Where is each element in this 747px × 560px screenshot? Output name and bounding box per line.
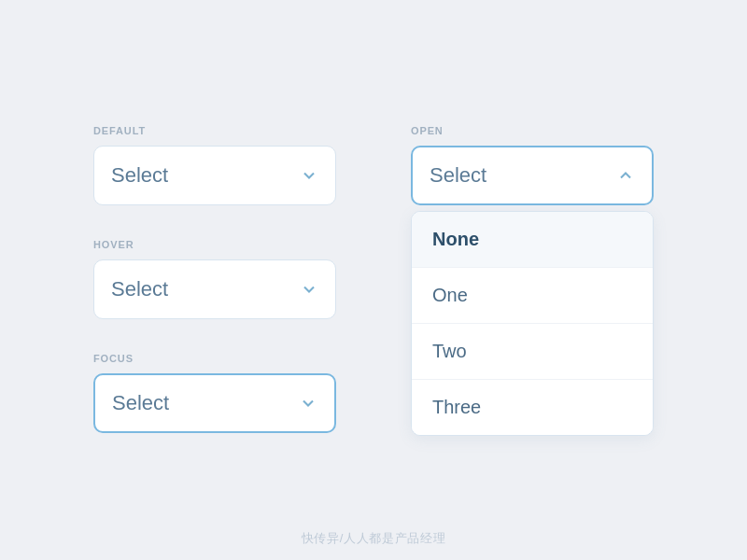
right-column: OPEN Select None One Two Three — [411, 125, 654, 436]
default-chevron-down-icon — [300, 166, 318, 185]
default-select[interactable]: Select — [93, 146, 336, 205]
main-container: DEFAULT Select HOVER Select FOCUS Selec — [75, 106, 672, 455]
open-select-text: Select — [430, 163, 486, 188]
dropdown-item-two[interactable]: Two — [412, 324, 653, 380]
hover-select-text: Select — [111, 277, 168, 301]
dropdown-panel: None One Two Three — [411, 211, 654, 436]
open-section: OPEN Select None One Two Three — [411, 125, 654, 436]
hover-section: HOVER Select — [93, 239, 336, 319]
default-section: DEFAULT Select — [93, 125, 336, 205]
focus-chevron-down-icon — [299, 394, 317, 413]
dropdown-item-one[interactable]: One — [412, 268, 653, 324]
focus-label: FOCUS — [93, 353, 336, 364]
open-label: OPEN — [411, 125, 654, 136]
watermark: 快传异/人人都是产品经理 — [0, 530, 747, 547]
open-chevron-up-icon — [616, 166, 635, 185]
dropdown-item-none[interactable]: None — [412, 212, 653, 268]
focus-section: FOCUS Select — [93, 353, 336, 433]
focus-select-text: Select — [112, 391, 169, 415]
left-column: DEFAULT Select HOVER Select FOCUS Selec — [93, 125, 336, 433]
dropdown-item-three[interactable]: Three — [412, 380, 653, 435]
default-select-text: Select — [111, 163, 168, 188]
hover-select[interactable]: Select — [93, 259, 336, 319]
default-label: DEFAULT — [93, 125, 336, 136]
open-select[interactable]: Select — [411, 146, 654, 205]
hover-chevron-down-icon — [300, 280, 318, 299]
focus-select[interactable]: Select — [93, 373, 336, 433]
hover-label: HOVER — [93, 239, 336, 250]
open-dropdown-wrapper: Select None One Two Three — [411, 146, 654, 436]
